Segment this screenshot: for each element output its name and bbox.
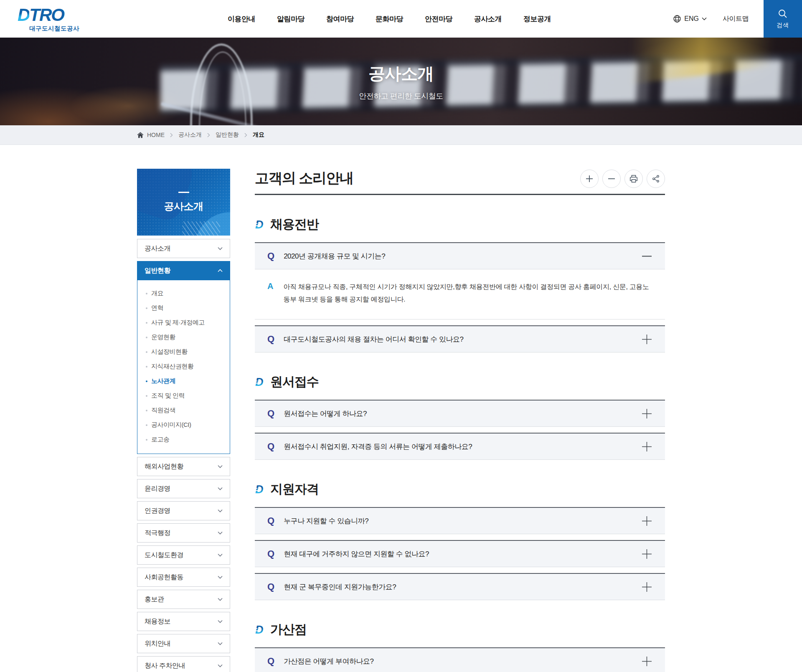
page-banner: 공사소개 안전하고 편리한 도시철도 [0, 38, 802, 125]
sidebar-group-header-10[interactable]: 채용정보 [137, 612, 230, 631]
faq-section-4: D가산점Q가산점은 어떻게 부여하나요?Q기술자격 가산점은 어떤 자격증에 어… [255, 621, 665, 672]
faq-section-2: D원서접수Q원서접수는 어떻게 하나요?Q원서접수시 취업지원, 자격증 등의 … [255, 373, 665, 460]
sidebar-subitem-5[interactable]: 시설장비현황 [137, 345, 230, 359]
dtro-d-mark-icon: D [255, 218, 266, 231]
breadcrumb-item-2[interactable]: 공사소개 [178, 131, 202, 139]
faq-question-row[interactable]: Q대구도시철도공사의 채용 절차는 어디서 확인할 수 있나요? [255, 326, 665, 352]
sidebar-group-2: 일반현황개요연혁사규 및 제·개정예고운영현황시설장비현황지식재산권현황노사관계… [137, 261, 230, 454]
print-button[interactable] [624, 170, 643, 188]
faq-question-row[interactable]: Q현재 군 복무중인데 지원가능한가요? [255, 574, 665, 600]
sidebar-group-header-1[interactable]: 공사소개 [137, 239, 230, 258]
sidebar-subitem-6[interactable]: 지식재산권현황 [137, 359, 230, 374]
expand-icon [641, 408, 652, 419]
sidebar-group-label: 적극행정 [145, 529, 170, 538]
faq-list: Q2020년 공개채용 규모 및 시기는?A아직 채용규모나 직종, 구체적인 … [255, 242, 665, 352]
sidebar-subitem-8[interactable]: 조직 및 인력 [137, 388, 230, 403]
sidebar-group-header-9[interactable]: 홍보관 [137, 590, 230, 609]
section-title: 채용전반 [270, 216, 319, 233]
sidebar-group-6: 적극행정 [137, 523, 230, 543]
nav-item-2[interactable]: 알림마당 [277, 14, 305, 24]
language-switcher[interactable]: ENG [673, 15, 707, 23]
chevron-down-icon [218, 642, 223, 645]
faq-question-row[interactable]: Q가산점은 어떻게 부여하나요? [255, 648, 665, 672]
zoom-out-button[interactable] [602, 170, 621, 188]
sidebar-group-8: 사회공헌활동 [137, 568, 230, 587]
chevron-down-icon [218, 620, 223, 623]
nav-item-4[interactable]: 문화마당 [376, 14, 403, 24]
faq-item: Q현재 군 복무중인데 지원가능한가요? [255, 573, 665, 600]
chevron-down-icon [218, 598, 223, 601]
sidebar-subitem-10[interactable]: 공사이미지(CI) [137, 418, 230, 432]
sidebar-group-header-7[interactable]: 도시철도환경 [137, 545, 230, 565]
zoom-in-icon [585, 175, 594, 183]
faq-question-row[interactable]: Q2020년 공개채용 규모 및 시기는? [255, 243, 665, 269]
sitemap-link[interactable]: 사이트맵 [723, 15, 749, 23]
sidebar-group-header-12[interactable]: 청사 주차안내 [137, 656, 230, 672]
faq-answer-text: 아직 채용규모나 직종, 구체적인 시기가 정해지지 않았지만,향후 채용전반에… [283, 281, 652, 305]
sidebar-subitem-11[interactable]: 로고송 [137, 432, 230, 447]
faq-question-text: 대구도시철도공사의 채용 절차는 어디서 확인할 수 있나요? [284, 335, 641, 344]
svg-text:D: D [255, 624, 264, 636]
q-mark: Q [267, 408, 274, 419]
sidebar-group-label: 공사소개 [145, 244, 170, 253]
nav-item-7[interactable]: 정보공개 [523, 14, 551, 24]
search-button[interactable]: 검색 [764, 0, 802, 38]
sidebar-subitem-2[interactable]: 연혁 [137, 301, 230, 315]
nav-item-5[interactable]: 안전마당 [425, 14, 452, 24]
title-divider [255, 194, 665, 195]
faq-question-row[interactable]: Q원서접수시 취업지원, 자격증 등의 서류는 어떻게 제출하나요? [255, 434, 665, 459]
search-icon [777, 8, 788, 19]
section-heading: D가산점 [255, 621, 665, 638]
collapse-icon [641, 251, 652, 262]
faq-question-text: 현재 군 복무중인데 지원가능한가요? [284, 582, 641, 592]
sidebar-group-1: 공사소개 [137, 239, 230, 258]
nav-item-3[interactable]: 참여마당 [326, 14, 354, 24]
zoom-in-button[interactable] [580, 170, 599, 188]
sidebar-subitem-9[interactable]: 직원검색 [137, 403, 230, 418]
nav-item-1[interactable]: 이용안내 [228, 14, 255, 24]
language-label: ENG [684, 15, 699, 23]
sidebar-group-header-6[interactable]: 적극행정 [137, 523, 230, 543]
sidebar-subitem-7[interactable]: 노사관계 [137, 374, 230, 388]
page-tools [580, 170, 665, 188]
faq-question-row[interactable]: Q누구나 지원할 수 있습니까? [255, 508, 665, 534]
faq-item: Q원서접수는 어떻게 하나요? [255, 400, 665, 427]
faq-question-row[interactable]: Q원서접수는 어떻게 하나요? [255, 401, 665, 426]
breadcrumb-item-3[interactable]: 일반현황 [216, 131, 239, 139]
sidebar-group-header-8[interactable]: 사회공헌활동 [137, 568, 230, 587]
expand-icon [641, 548, 652, 560]
sidebar-group-label: 해외사업현황 [145, 462, 183, 471]
sidebar-group-header-5[interactable]: 인권경영 [137, 501, 230, 520]
faq-list: Q가산점은 어떻게 부여하나요?Q기술자격 가산점은 어떤 자격증에 어떻게 가… [255, 647, 665, 672]
sidebar-subitem-1[interactable]: 개요 [137, 286, 230, 301]
chevron-down-icon [218, 247, 223, 250]
share-button[interactable] [647, 170, 665, 188]
sidebar-group-5: 인권경영 [137, 501, 230, 520]
sidebar-group-header-2[interactable]: 일반현황 [137, 261, 230, 280]
faq-item: Q대구도시철도공사의 채용 절차는 어디서 확인할 수 있나요? [255, 325, 665, 352]
faq-question-row[interactable]: Q현재 대구에 거주하지 않으면 지원할 수 없나요? [255, 541, 665, 567]
sidebar-group-header-3[interactable]: 해외사업현황 [137, 457, 230, 476]
sidebar-menu: 공사소개일반현황개요연혁사규 및 제·개정예고운영현황시설장비현황지식재산권현황… [137, 239, 230, 672]
sidebar-group-header-11[interactable]: 위치안내 [137, 634, 230, 653]
svg-text:D: D [255, 484, 264, 496]
chevron-down-icon [218, 531, 223, 535]
site-logo[interactable]: DTRO 대구도시철도공사 [18, 6, 79, 32]
sidebar-group-4: 윤리경영 [137, 479, 230, 498]
search-button-label: 검색 [777, 22, 789, 29]
sidebar-group-header-4[interactable]: 윤리경영 [137, 479, 230, 498]
section-title: 가산점 [270, 621, 307, 638]
breadcrumb-label: 일반현황 [216, 131, 239, 139]
page-title: 고객의 소리안내 [255, 169, 353, 188]
sidebar-title-box: 공사소개 [137, 169, 230, 236]
faq-item: Q누구나 지원할 수 있습니까? [255, 507, 665, 534]
sidebar-subitem-3[interactable]: 사규 및 제·개정예고 [137, 315, 230, 330]
banner-subtitle: 안전하고 편리한 도시철도 [359, 91, 443, 101]
breadcrumb-item-1[interactable]: HOME [137, 132, 165, 138]
sidebar-subitem-4[interactable]: 운영현황 [137, 330, 230, 345]
sidebar-group-label: 도시철도환경 [145, 551, 183, 560]
q-mark: Q [267, 515, 274, 526]
breadcrumb-bar: HOME공사소개일반현황개요 [0, 125, 802, 145]
section-heading: D채용전반 [255, 216, 665, 233]
nav-item-6[interactable]: 공사소개 [474, 14, 502, 24]
